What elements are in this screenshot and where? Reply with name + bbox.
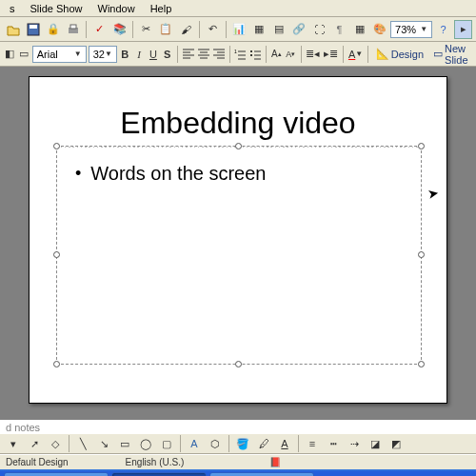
permission-icon[interactable]: 🔒: [44, 20, 62, 39]
svg-text:1: 1: [234, 49, 237, 54]
line-icon[interactable]: ╲: [73, 434, 92, 453]
menu-item-help[interactable]: Help: [143, 1, 180, 16]
spelling-icon[interactable]: ✓: [90, 20, 109, 39]
status-language: English (U.S.): [126, 457, 185, 467]
draw-menu-icon[interactable]: ▾: [4, 434, 23, 453]
status-icon: 📕: [269, 457, 281, 467]
hyperlink-icon[interactable]: 🔗: [290, 20, 308, 39]
tables-borders-icon[interactable]: ▤: [270, 20, 288, 39]
research-icon[interactable]: 📚: [110, 20, 129, 39]
font-color-icon[interactable]: A▼: [347, 45, 364, 64]
increase-indent-icon[interactable]: ▸≣: [323, 45, 339, 64]
arrow-style-icon[interactable]: ⇢: [345, 434, 364, 453]
underline-button[interactable]: U: [148, 45, 160, 64]
rectangle-icon[interactable]: ▭: [115, 434, 134, 453]
svg-rect-3: [70, 25, 76, 29]
svg-rect-1: [30, 25, 37, 29]
fill-color-icon[interactable]: 🪣: [233, 434, 252, 453]
textbox-icon[interactable]: ▢: [157, 434, 176, 453]
line-color-icon[interactable]: 🖊: [254, 434, 273, 453]
slide-title[interactable]: Embedding video: [30, 77, 446, 141]
align-center-icon[interactable]: [197, 45, 210, 64]
drawing-toolbar: ▾ ➚ ◇ ╲ ↘ ▭ ◯ ▢ A ⬡ 🪣 🖊 A ≡ ┅ ⇢ ◪ ◩: [0, 433, 476, 454]
status-bar: Default Design English (U.S.) 📕: [0, 454, 476, 469]
dash-style-icon[interactable]: ┅: [324, 434, 343, 453]
arrow-icon[interactable]: ↘: [94, 434, 113, 453]
toolbar-options-icon[interactable]: ▸: [454, 20, 472, 39]
shadow-button[interactable]: S: [161, 45, 173, 64]
color-icon[interactable]: 🎨: [370, 20, 388, 39]
slides-icon[interactable]: ▭: [18, 45, 30, 64]
formatting-toolbar: ◧ ▭ Arial▼ 32▼ B I U S 1 A▴ A▾ ≣◂ ▸≣ A▼ …: [0, 42, 476, 67]
help-icon[interactable]: ?: [434, 20, 452, 39]
menu-bar: s Slide Show Window Help: [0, 0, 476, 17]
print-icon[interactable]: [64, 20, 82, 39]
show-formatting-icon[interactable]: ¶: [330, 20, 348, 39]
menu-item[interactable]: s: [2, 1, 23, 16]
taskbar-item-recording[interactable]: ● Recording...: [111, 472, 207, 476]
format-painter-icon[interactable]: 🖌: [177, 20, 195, 39]
status-design: Default Design: [6, 457, 69, 467]
taskbar-item-powerpoint[interactable]: P Microsoft PowerPoint - [...: [209, 472, 314, 476]
align-right-icon[interactable]: [212, 45, 226, 64]
slide-workspace: Embedding video • Words on the screen ➤: [0, 67, 476, 419]
line-style-icon[interactable]: ≡: [303, 434, 322, 453]
select-icon[interactable]: ➚: [25, 434, 44, 453]
chart-icon[interactable]: 📊: [230, 20, 248, 39]
taskbar-item-browser[interactable]: e Welcome to Discovery E...: [4, 472, 109, 476]
align-left-icon[interactable]: [182, 45, 195, 64]
paste-icon[interactable]: 📋: [157, 20, 175, 39]
font-color-draw-icon[interactable]: A: [275, 434, 294, 453]
numbering-icon[interactable]: 1: [233, 45, 247, 64]
standard-toolbar: 🔒 ✓ 📚 ✂ 📋 🖌 ↶ 📊 ▦ ▤ 🔗 ⛶ ¶ ▦ 🎨 73%▼ ? ▸: [0, 17, 476, 42]
decrease-font-icon[interactable]: A▾: [285, 45, 297, 64]
undo-icon[interactable]: ↶: [204, 20, 222, 39]
italic-button[interactable]: I: [133, 45, 146, 64]
decrease-indent-icon[interactable]: ≣◂: [305, 45, 321, 64]
bullets-icon[interactable]: [248, 45, 262, 64]
svg-point-6: [250, 54, 252, 56]
taskbar: e Welcome to Discovery E... ● Recording.…: [0, 469, 476, 476]
design-button[interactable]: 📐Design: [372, 48, 427, 60]
new-slide-button[interactable]: ▭New Slide: [429, 43, 472, 66]
bullet-text: Words on the screen: [90, 163, 266, 185]
grid-icon[interactable]: ▦: [350, 20, 368, 39]
cut-icon[interactable]: ✂: [137, 20, 155, 39]
table-icon[interactable]: ▦: [250, 20, 268, 39]
menu-item-slideshow[interactable]: Slide Show: [23, 1, 90, 16]
oval-icon[interactable]: ◯: [136, 434, 155, 453]
slide-canvas[interactable]: Embedding video • Words on the screen: [29, 76, 447, 404]
bullet-icon: •: [75, 164, 81, 184]
content-placeholder[interactable]: • Words on the screen: [56, 146, 422, 365]
notes-pane[interactable]: d notes: [0, 419, 476, 433]
autoshapes-icon[interactable]: ◇: [46, 434, 65, 453]
menu-item-window[interactable]: Window: [90, 1, 143, 16]
open-icon[interactable]: [4, 20, 22, 39]
zoom-select[interactable]: 73%▼: [390, 21, 432, 38]
svg-point-5: [250, 50, 252, 52]
font-size-select[interactable]: 32▼: [89, 46, 117, 63]
outline-icon[interactable]: ◧: [4, 45, 16, 64]
expand-icon[interactable]: ⛶: [310, 20, 328, 39]
save-icon[interactable]: [24, 20, 42, 39]
insert-diagram-icon[interactable]: ⬡: [206, 434, 225, 453]
3d-style-icon[interactable]: ◩: [387, 434, 406, 453]
insert-wordart-icon[interactable]: A: [185, 434, 204, 453]
shadow-style-icon[interactable]: ◪: [366, 434, 385, 453]
increase-font-icon[interactable]: A▴: [270, 45, 283, 64]
bold-button[interactable]: B: [119, 45, 131, 64]
bullet-item[interactable]: • Words on the screen: [75, 163, 403, 185]
font-select[interactable]: Arial▼: [32, 46, 87, 63]
